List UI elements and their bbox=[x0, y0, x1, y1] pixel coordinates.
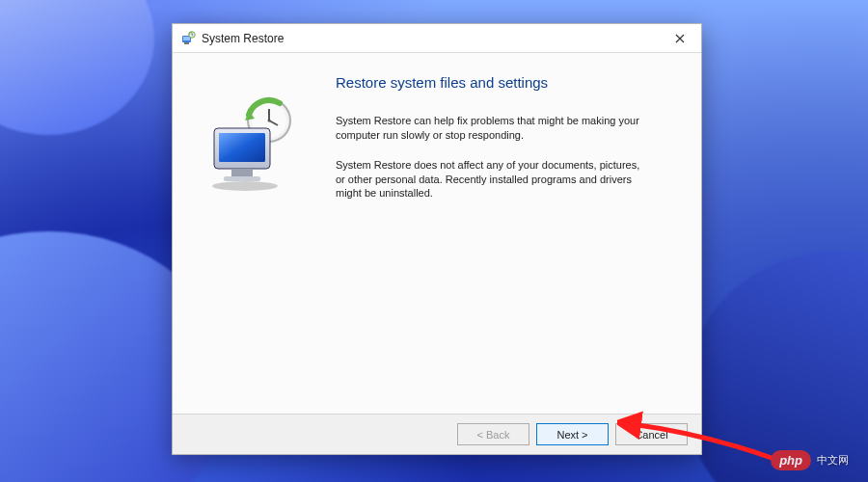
svg-point-14 bbox=[212, 181, 278, 191]
next-button[interactable]: Next > bbox=[536, 423, 609, 445]
wizard-paragraph: System Restore does not affect any of yo… bbox=[336, 158, 644, 201]
svg-rect-2 bbox=[184, 42, 189, 44]
wizard-illustration-pane bbox=[173, 53, 322, 414]
watermark: php 中文网 bbox=[771, 450, 849, 470]
cancel-button[interactable]: Cancel bbox=[615, 423, 688, 445]
wizard-paragraph: System Restore can help fix problems tha… bbox=[336, 114, 644, 143]
system-restore-illustration-icon bbox=[197, 92, 303, 198]
desktop-background: System Restore bbox=[0, 0, 868, 482]
wizard-text-pane: Restore system files and settings System… bbox=[322, 53, 701, 414]
wizard-heading: Restore system files and settings bbox=[336, 74, 672, 91]
watermark-suffix: 中文网 bbox=[817, 455, 849, 466]
background-blob bbox=[685, 251, 868, 482]
window-title: System Restore bbox=[202, 32, 284, 45]
back-button: < Back bbox=[457, 423, 529, 445]
wizard-footer: < Back Next > Cancel bbox=[173, 414, 701, 454]
svg-rect-13 bbox=[224, 176, 260, 181]
background-blob bbox=[0, 0, 154, 135]
close-button[interactable] bbox=[658, 24, 701, 53]
titlebar[interactable]: System Restore bbox=[173, 24, 701, 53]
wizard-content: Restore system files and settings System… bbox=[173, 53, 701, 414]
watermark-brand: php bbox=[771, 450, 811, 470]
system-restore-window: System Restore bbox=[172, 23, 702, 455]
svg-point-8 bbox=[267, 120, 270, 122]
svg-rect-1 bbox=[183, 37, 190, 40]
system-restore-icon bbox=[180, 31, 196, 46]
svg-rect-12 bbox=[231, 169, 253, 176]
svg-rect-11 bbox=[219, 133, 265, 162]
